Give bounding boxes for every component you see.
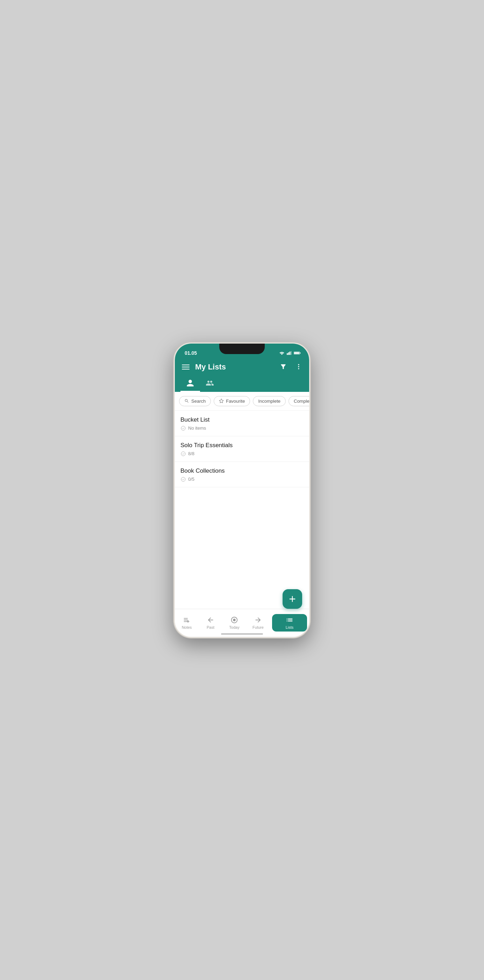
add-list-button[interactable] [282, 589, 302, 609]
bottom-nav: Notes Past Today Future Lists [175, 609, 309, 637]
list-item-meta: 0/5 [181, 477, 303, 482]
svg-point-9 [298, 368, 299, 369]
star-icon [219, 399, 224, 403]
svg-point-10 [181, 426, 185, 430]
fab-container [282, 589, 302, 609]
list-item-count: 8/8 [188, 451, 194, 456]
list-content: Bucket List No items Solo Trip Essential… [175, 411, 309, 609]
list-item-count: 0/5 [188, 477, 194, 482]
filter-button[interactable] [278, 362, 288, 372]
search-icon [184, 399, 189, 403]
status-time: 01.05 [185, 350, 197, 356]
incomplete-chip-label: Incomplete [258, 399, 281, 404]
list-item-meta: No items [181, 425, 303, 431]
status-icons [279, 351, 301, 355]
list-item-title: Solo Trip Essentials [181, 442, 303, 449]
check-circle-icon [181, 477, 186, 482]
list-item[interactable]: Book Collections 0/5 [175, 462, 309, 487]
filter-bar: Search Favourite Incomplete Completed [175, 392, 309, 411]
phone-frame: 01.05 [174, 342, 310, 638]
filter-completed[interactable]: Completed [289, 396, 309, 406]
tab-shared[interactable] [200, 375, 220, 392]
radio-button-icon [230, 616, 238, 624]
nav-label-future: Future [252, 625, 264, 629]
list-item-meta: 8/8 [181, 451, 303, 457]
svg-rect-0 [287, 353, 288, 355]
wifi-icon [279, 351, 285, 355]
person-icon [186, 379, 194, 387]
check-circle-icon [181, 451, 186, 457]
people-icon [206, 379, 214, 387]
nav-item-today[interactable]: Today [222, 613, 246, 632]
svg-point-8 [298, 366, 299, 367]
header-left: My Lists [181, 363, 226, 372]
list-item-count: No items [188, 425, 206, 431]
nav-item-lists[interactable]: Lists [272, 614, 307, 632]
svg-rect-2 [290, 351, 290, 355]
favourite-chip-label: Favourite [226, 399, 245, 404]
header-right [278, 362, 303, 372]
list-icon [286, 616, 294, 624]
svg-point-11 [181, 452, 185, 456]
svg-point-12 [181, 477, 185, 481]
svg-rect-3 [290, 351, 292, 355]
tab-personal[interactable] [181, 375, 200, 392]
home-indicator [221, 633, 263, 635]
nav-item-future[interactable]: Future [246, 613, 270, 632]
nav-label-notes: Notes [182, 625, 192, 629]
header-top: My Lists [181, 362, 303, 372]
nav-label-past: Past [207, 625, 214, 629]
list-item-title: Bucket List [181, 416, 303, 423]
completed-chip-label: Completed [294, 399, 309, 404]
notes-icon [183, 616, 190, 624]
more-options-button[interactable] [294, 362, 303, 372]
list-item-title: Book Collections [181, 468, 303, 474]
search-chip-label: Search [191, 399, 206, 404]
check-circle-icon [181, 425, 186, 431]
arrow-right-icon [254, 616, 262, 624]
notch [219, 344, 265, 354]
more-vertical-icon [295, 363, 302, 370]
list-item[interactable]: Solo Trip Essentials 8/8 [175, 436, 309, 462]
page-title: My Lists [195, 363, 226, 372]
arrow-left-icon [207, 616, 214, 624]
svg-rect-1 [288, 352, 289, 355]
nav-label-today: Today [229, 625, 239, 629]
svg-rect-5 [300, 352, 301, 353]
signal-icon [287, 351, 292, 355]
nav-item-notes[interactable]: Notes [175, 613, 198, 632]
nav-label-lists: Lists [286, 625, 294, 629]
hamburger-icon [182, 364, 190, 369]
filter-incomplete[interactable]: Incomplete [253, 396, 286, 406]
filter-search[interactable]: Search [179, 396, 211, 406]
nav-item-past[interactable]: Past [198, 613, 222, 632]
battery-icon [294, 351, 301, 355]
plus-icon [287, 594, 297, 604]
filter-icon [280, 363, 287, 370]
svg-point-7 [298, 364, 299, 365]
tabs-row [181, 375, 303, 392]
menu-button[interactable] [181, 363, 191, 371]
svg-point-13 [233, 619, 235, 621]
filter-favourite[interactable]: Favourite [214, 396, 250, 406]
header: My Lists [175, 359, 309, 392]
svg-rect-6 [294, 352, 299, 354]
list-item[interactable]: Bucket List No items [175, 411, 309, 436]
